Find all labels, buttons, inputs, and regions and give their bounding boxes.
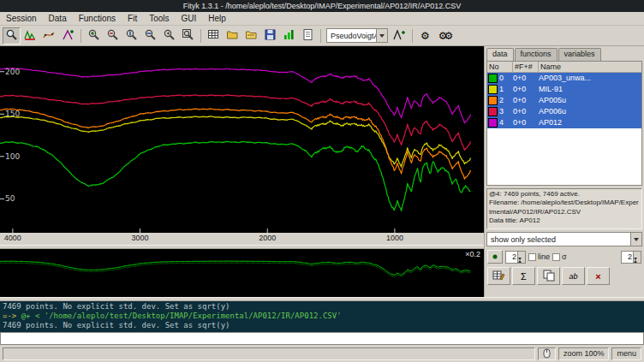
zoom-all-button[interactable] xyxy=(179,27,197,45)
data-rename-button[interactable]: ab xyxy=(562,267,585,285)
menu-fit[interactable]: Fit xyxy=(122,13,143,24)
status-message-field xyxy=(3,347,535,360)
open-session-button[interactable] xyxy=(242,27,260,45)
sigma-checkbox[interactable]: σ xyxy=(552,252,567,261)
console-prompt: =-> xyxy=(3,312,16,320)
baseline-icon xyxy=(43,28,56,43)
tab-functions[interactable]: functions xyxy=(515,48,558,61)
mouse-hint-field xyxy=(538,347,556,360)
sidebar-tabs: data functions variables xyxy=(485,46,644,61)
menu-functions[interactable]: Functions xyxy=(73,13,122,24)
table-row[interactable]: 3 0+0 AP006u xyxy=(487,106,641,117)
color-swatch[interactable] xyxy=(488,85,498,94)
mode-baseline-button[interactable] xyxy=(40,27,58,45)
zoom-out-button[interactable] xyxy=(104,27,122,45)
console-line: =-> @+ < '/home/aleplo/test/Desktop/IMAP… xyxy=(3,312,641,321)
shift-value: 2 xyxy=(622,252,633,263)
svg-text:100: 100 xyxy=(5,152,20,161)
zoom-previous-button[interactable] xyxy=(160,27,178,45)
console-output-text: 7469 points. No explicit std. dev. Set a… xyxy=(3,321,230,329)
data-edit-button[interactable] xyxy=(487,267,510,285)
toolbar-separator xyxy=(412,29,413,43)
column-header-name[interactable]: Name xyxy=(539,62,641,72)
console-line: 7469 points. No explicit std. dev. Set a… xyxy=(3,321,641,330)
chevron-down-icon[interactable] xyxy=(376,29,387,42)
checkbox-box[interactable] xyxy=(528,253,536,261)
chevron-down-icon[interactable] xyxy=(630,233,641,246)
command-input-row xyxy=(0,332,644,345)
auxiliary-plot[interactable]: ×0.2 xyxy=(0,249,484,297)
menu-gui[interactable]: GUI xyxy=(176,13,203,24)
column-header-functions[interactable]: #F+# xyxy=(513,62,539,72)
status-zoom[interactable]: zoom 100% xyxy=(558,347,610,360)
mode-zoom-button[interactable] xyxy=(3,27,21,45)
open-data-button[interactable] xyxy=(224,27,242,45)
data-copy-button[interactable] xyxy=(537,267,560,285)
row-functions: 0+0 xyxy=(513,84,539,95)
fit-run-button[interactable]: ⚙ xyxy=(416,27,434,45)
row-number: 1 xyxy=(498,84,513,95)
svg-text:150: 150 xyxy=(5,110,20,118)
row-name: AP005u xyxy=(539,95,641,106)
menu-data[interactable]: Data xyxy=(43,13,73,24)
console-line: 7469 points. No explicit std. dev. Set a… xyxy=(3,302,641,312)
show-filter-select[interactable]: show only selected xyxy=(486,232,642,246)
main-plot[interactable]: 20015010050 xyxy=(0,46,484,233)
point-size-spinner[interactable]: 2 xyxy=(505,251,526,264)
row-functions: 0+0 xyxy=(513,73,539,84)
data-delete-button[interactable]: × xyxy=(587,267,610,285)
menu-tools[interactable]: Tools xyxy=(143,13,175,24)
folder-open-icon xyxy=(245,28,258,43)
zoom-horizontal-button[interactable] xyxy=(141,27,159,45)
function-type-select[interactable]: PseudoVoigtA xyxy=(326,28,388,43)
table-row[interactable]: 4 0+0 AP012 xyxy=(487,117,641,128)
tab-data[interactable]: data xyxy=(486,48,514,61)
sidebar: data functions variables No #F+# Name 0 … xyxy=(484,46,644,297)
x-tick-label: 1000 xyxy=(386,234,403,242)
line-checkbox[interactable]: line xyxy=(528,252,550,261)
row-number: 3 xyxy=(498,106,513,117)
checkbox-box[interactable] xyxy=(552,253,560,261)
point-icon xyxy=(491,252,499,261)
export-image-button[interactable] xyxy=(280,27,298,45)
plot-column: 20015010050 4000300020001000 ×0.2 xyxy=(0,46,484,297)
info-filename: Filename: /home/aleplo/test/Desktop/IMAP… xyxy=(489,199,640,217)
x-tick-label: 3000 xyxy=(132,234,149,242)
mode-peak-button[interactable] xyxy=(59,27,77,45)
shift-spinner[interactable]: 2 xyxy=(621,251,641,264)
save-session-button[interactable] xyxy=(261,27,279,45)
info-title: Data title: AP012 xyxy=(489,217,640,225)
close-icon: × xyxy=(595,271,600,282)
tab-variables[interactable]: variables xyxy=(558,48,601,61)
fit-settings-button[interactable]: ⚙⚙ xyxy=(435,27,453,45)
zoom-horizontal-icon xyxy=(144,28,157,43)
data-sum-button[interactable]: Σ xyxy=(512,267,535,285)
menu-bar: Session Data Functions Fit Tools GUI Hel… xyxy=(0,12,644,26)
point-style-button[interactable] xyxy=(487,250,503,264)
zoom-vertical-button[interactable] xyxy=(122,27,140,45)
command-input[interactable] xyxy=(1,333,643,344)
color-swatch[interactable] xyxy=(488,74,498,83)
color-swatch[interactable] xyxy=(488,96,498,105)
status-menu[interactable]: menu xyxy=(611,347,641,360)
mode-range-button[interactable] xyxy=(21,27,39,45)
row-name: AP012 xyxy=(539,117,641,128)
output-console[interactable]: 7469 points. No explicit std. dev. Set a… xyxy=(0,301,644,332)
row-number: 4 xyxy=(498,117,513,128)
table-row[interactable]: 1 0+0 MIL-91 xyxy=(487,84,641,95)
add-function-button[interactable] xyxy=(391,27,408,45)
table-row[interactable]: 0 0+0 AP003_unwa... xyxy=(487,73,641,84)
color-swatch[interactable] xyxy=(488,107,498,116)
log-button[interactable] xyxy=(299,27,317,45)
copy-icon xyxy=(543,270,555,283)
title-bar[interactable]: Fityk 1.3.1 - /home/aleplo/test/Desktop/… xyxy=(0,0,644,12)
column-header-no[interactable]: No xyxy=(487,62,513,72)
table-row[interactable]: 2 0+0 AP005u xyxy=(487,95,641,106)
menu-help[interactable]: Help xyxy=(202,13,232,24)
console-output-text: 7469 points. No explicit std. dev. Set a… xyxy=(3,302,230,311)
color-swatch[interactable] xyxy=(488,118,498,128)
data-table-button[interactable] xyxy=(205,27,223,45)
aux-plot-svg xyxy=(0,249,484,297)
zoom-in-button[interactable] xyxy=(85,27,103,45)
menu-session[interactable]: Session xyxy=(0,13,43,24)
